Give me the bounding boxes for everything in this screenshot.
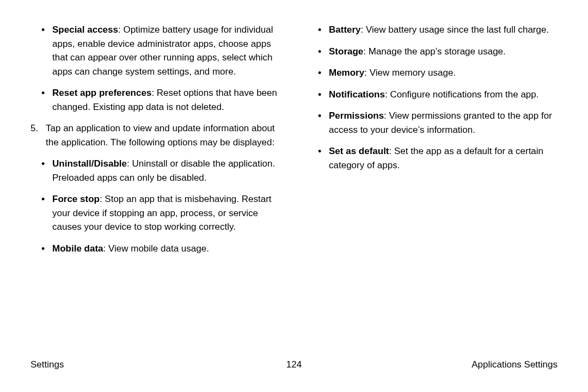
term: Memory <box>329 68 364 78</box>
page-footer: Settings 124 Applications Settings <box>0 358 588 372</box>
term: Set as default <box>329 146 389 156</box>
term: Force stop <box>52 194 100 204</box>
desc: : Manage the app’s storage usage. <box>363 46 505 57</box>
term: Battery <box>329 24 361 35</box>
term: Storage <box>329 46 363 57</box>
step-body: Tap an application to view and update in… <box>46 121 281 149</box>
term: Special access <box>52 24 118 35</box>
term: Notifications <box>329 89 385 100</box>
bullet-uninstall-disable: Uninstall/Disable: Uninstall or disable … <box>52 157 281 185</box>
bullet-force-stop: Force stop: Stop an app that is misbehav… <box>52 192 281 234</box>
left-step-bullets: Uninstall/Disable: Uninstall or disable … <box>30 157 281 255</box>
manual-page: Special access: Optimize battery usage f… <box>0 0 588 392</box>
bullet-special-access: Special access: Optimize battery usage f… <box>52 23 281 78</box>
term: Uninstall/Disable <box>52 158 127 169</box>
step-5: 5. Tap an application to view and update… <box>30 121 281 149</box>
desc: : View memory usage. <box>364 68 456 78</box>
bullet-notifications: Notifications: Configure notifications f… <box>329 88 558 102</box>
bullet-set-as-default: Set as default: Set the app as a default… <box>329 144 558 172</box>
desc: : View battery usage since the last full… <box>361 24 549 35</box>
bullet-reset-app-preferences: Reset app preferences: Reset options tha… <box>52 86 281 114</box>
footer-left: Settings <box>30 358 64 372</box>
content-columns: Special access: Optimize battery usage f… <box>30 23 558 263</box>
right-column: Battery: View battery usage since the la… <box>307 23 558 263</box>
right-bullets: Battery: View battery usage since the la… <box>307 23 558 172</box>
bullet-permissions: Permissions: View permissions granted to… <box>329 109 558 137</box>
step-number: 5. <box>30 121 46 149</box>
left-top-bullets: Special access: Optimize battery usage f… <box>30 23 281 114</box>
bullet-memory: Memory: View memory usage. <box>329 66 558 80</box>
term: Mobile data <box>52 243 103 254</box>
footer-page-number: 124 <box>286 358 302 372</box>
term: Permissions <box>329 111 384 121</box>
bullet-mobile-data: Mobile data: View mobile data usage. <box>52 242 281 256</box>
bullet-storage: Storage: Manage the app’s storage usage. <box>329 45 558 59</box>
term: Reset app preferences <box>52 88 151 98</box>
desc: : View mobile data usage. <box>103 243 209 254</box>
footer-right: Applications Settings <box>471 358 558 372</box>
desc: : Configure notifications from the app. <box>385 89 539 100</box>
bullet-battery: Battery: View battery usage since the la… <box>329 23 558 37</box>
left-column: Special access: Optimize battery usage f… <box>30 23 281 263</box>
step-text: Tap an application to view and update in… <box>46 121 281 149</box>
